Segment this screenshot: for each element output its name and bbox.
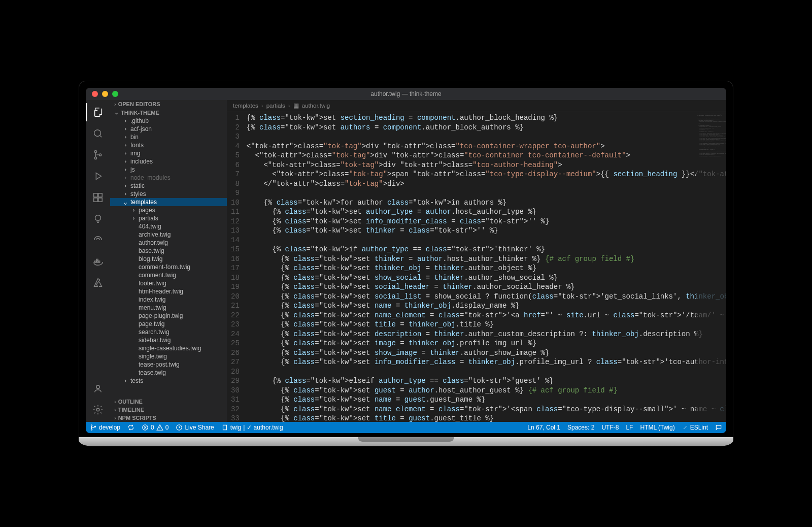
docker-icon[interactable] — [86, 252, 110, 271]
twisty-icon: › — [122, 174, 128, 181]
folder-item[interactable]: ›static — [110, 182, 227, 190]
tree-item-label: page-plugin.twig — [139, 312, 183, 319]
breadcrumb-item[interactable]: partials — [266, 103, 285, 109]
open-editors-header[interactable]: ›OPEN EDITORS — [110, 100, 227, 108]
folder-item[interactable]: ›tests — [110, 377, 227, 385]
minimap[interactable]: {% set section_heading = component.autho… — [696, 111, 726, 422]
folder-item[interactable]: ›pages — [110, 206, 227, 214]
svg-rect-9 — [95, 261, 96, 262]
folder-item[interactable]: ›acf-json — [110, 125, 227, 133]
file-item[interactable]: blog.twig — [110, 255, 227, 263]
settings-gear-icon[interactable] — [86, 401, 110, 419]
svg-rect-12 — [96, 259, 98, 260]
twig-status[interactable]: twig | ✓ author.twig — [221, 424, 283, 431]
file-item[interactable]: page.twig — [110, 320, 227, 328]
run-debug-icon[interactable] — [86, 167, 110, 185]
file-item[interactable]: 404.twig — [110, 222, 227, 230]
code-area[interactable]: 1 2 3 4 5 6 7 8 9 10 11 12 13 14 15 16 1… — [227, 111, 726, 422]
eslint-status[interactable]: ⟋ ESLint — [682, 424, 708, 431]
file-item[interactable]: author.twig — [110, 239, 227, 247]
tree-item-label: fonts — [130, 142, 144, 149]
file-icon: ▦ — [293, 102, 299, 109]
maximize-window-button[interactable] — [112, 91, 118, 97]
azure-icon[interactable] — [86, 274, 110, 292]
outline-header[interactable]: ›OUTLINE — [110, 398, 227, 406]
folder-item[interactable]: ›fonts — [110, 141, 227, 149]
folder-item[interactable]: ›.github — [110, 117, 227, 125]
file-item[interactable]: tease.twig — [110, 369, 227, 377]
file-item[interactable]: single.twig — [110, 352, 227, 360]
chevron-right-icon: › — [288, 103, 290, 109]
svg-point-16 — [91, 429, 92, 430]
tree-item-label: comment.twig — [139, 272, 176, 279]
indentation-status[interactable]: Spaces: 2 — [567, 424, 594, 431]
tree-item-label: js — [130, 166, 135, 173]
tree-item-label: index.twig — [139, 296, 165, 303]
sync-status[interactable] — [127, 424, 134, 431]
tree-item-label: templates — [130, 199, 157, 206]
npm-scripts-header[interactable]: ›NPM SCRIPTS — [110, 414, 227, 422]
file-item[interactable]: index.twig — [110, 295, 227, 304]
twisty-icon: › — [122, 190, 128, 197]
remote-icon[interactable] — [86, 231, 110, 249]
minimize-window-button[interactable] — [102, 91, 108, 97]
file-item[interactable]: page-plugin.twig — [110, 312, 227, 320]
tree-item-label: html-header.twig — [139, 288, 183, 295]
encoding-status[interactable]: UTF-8 — [601, 424, 619, 431]
tree-item-label: tease.twig — [139, 369, 166, 376]
svg-point-3 — [99, 154, 101, 156]
language-mode-status[interactable]: HTML (Twig) — [640, 424, 674, 431]
file-item[interactable]: base.twig — [110, 247, 227, 255]
explorer-icon[interactable] — [86, 103, 110, 121]
lightbulb-icon[interactable] — [86, 210, 110, 228]
file-item[interactable]: footer.twig — [110, 279, 227, 287]
folder-item[interactable]: ›js — [110, 166, 227, 174]
twisty-icon: › — [122, 377, 128, 384]
file-item[interactable]: tease-post.twig — [110, 360, 227, 369]
twisty-icon: › — [122, 117, 128, 124]
feedback-icon[interactable] — [715, 424, 722, 431]
breadcrumbs[interactable]: templates › partials › ▦ author.twig — [227, 100, 726, 111]
cursor-position-status[interactable]: Ln 67, Col 1 — [527, 424, 560, 431]
svg-point-1 — [94, 150, 96, 152]
file-item[interactable]: sidebar.twig — [110, 336, 227, 344]
folder-item[interactable]: ›includes — [110, 157, 227, 166]
file-tree: ›.github›acf-json›bin›fonts›img›includes… — [110, 117, 227, 398]
file-item[interactable]: comment.twig — [110, 271, 227, 279]
folder-item[interactable]: ⌄templates — [110, 198, 227, 206]
source-control-icon[interactable] — [86, 146, 110, 164]
folder-item[interactable]: ›img — [110, 149, 227, 157]
folder-item[interactable]: ›partials — [110, 214, 227, 222]
timeline-header[interactable]: ›TIMELINE — [110, 406, 227, 414]
breadcrumb-item[interactable]: templates — [233, 103, 258, 109]
file-item[interactable]: html-header.twig — [110, 287, 227, 295]
folder-item[interactable]: ›styles — [110, 190, 227, 198]
folder-item[interactable]: ›bin — [110, 133, 227, 141]
folder-item[interactable]: ›node_modules — [110, 174, 227, 182]
breadcrumb-item[interactable]: author.twig — [302, 103, 330, 109]
git-branch-status[interactable]: develop — [90, 424, 120, 431]
account-icon[interactable] — [86, 379, 110, 398]
eol-status[interactable]: LF — [626, 424, 633, 431]
status-bar: develop 0 0 Live Share twig | ✓ — [86, 422, 726, 433]
tree-item-label: includes — [130, 158, 153, 165]
live-share-status[interactable]: Live Share — [176, 424, 214, 431]
tree-item-label: tease-post.twig — [139, 361, 180, 368]
tree-item-label: footer.twig — [139, 280, 166, 287]
laptop-frame: author.twig — think-theme — [79, 81, 733, 446]
file-item[interactable]: single-casestudies.twig — [110, 344, 227, 352]
code-lines[interactable]: {% class="tok-kw">set section_heading = … — [247, 111, 726, 422]
close-window-button[interactable] — [92, 91, 98, 97]
problems-status[interactable]: 0 0 — [142, 424, 168, 431]
extensions-icon[interactable] — [86, 188, 110, 207]
file-item[interactable]: archive.twig — [110, 230, 227, 239]
window-controls — [86, 91, 118, 97]
project-header[interactable]: ⌄THINK-THEME — [110, 108, 227, 117]
file-item[interactable]: comment-form.twig — [110, 263, 227, 271]
twisty-icon: › — [122, 158, 128, 165]
twisty-icon: › — [130, 215, 137, 222]
file-item[interactable]: menu.twig — [110, 304, 227, 312]
search-icon[interactable] — [86, 124, 110, 143]
file-item[interactable]: search.twig — [110, 328, 227, 336]
twisty-icon: › — [130, 207, 137, 214]
